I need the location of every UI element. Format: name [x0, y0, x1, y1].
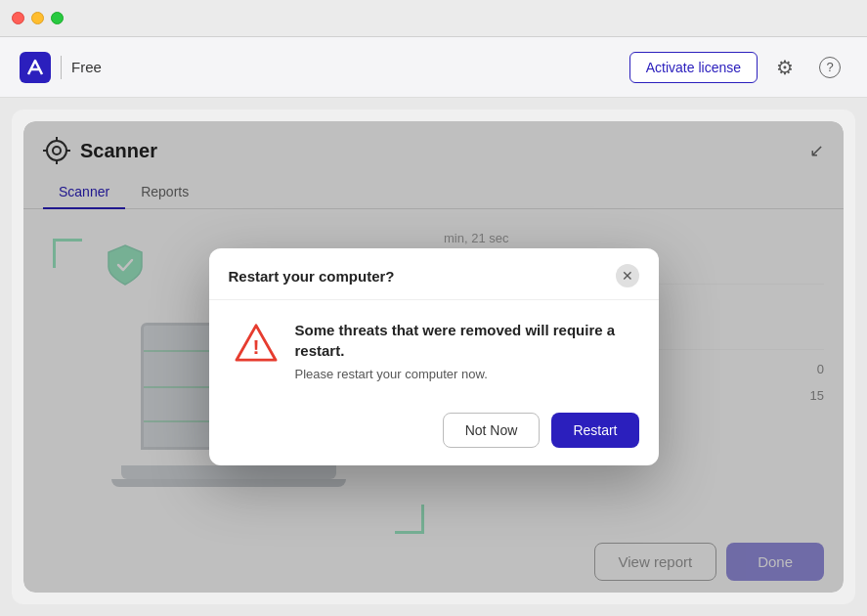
dialog-footer: Not Now Restart [209, 401, 659, 465]
app-tier: Free [71, 59, 102, 75]
main-area: Scanner ↙ Scanner Reports [12, 110, 855, 604]
settings-icon: ⚙ [776, 56, 794, 79]
warning-icon-wrap: ! [233, 320, 280, 367]
activate-license-button[interactable]: Activate license [629, 52, 758, 83]
dialog-title: Restart your computer? [229, 268, 395, 285]
maximize-button[interactable] [51, 12, 64, 24]
scanner-card: Scanner ↙ Scanner Reports [23, 121, 844, 593]
dialog-text: Some threats that were removed will requ… [295, 320, 635, 381]
warning-icon: ! [233, 323, 280, 364]
dialog-main-text: Some threats that were removed will requ… [295, 320, 635, 361]
app-logo [20, 52, 51, 83]
help-button[interactable]: ? [812, 50, 847, 85]
traffic-lights [12, 12, 64, 24]
dialog-header: Restart your computer? ✕ [209, 248, 659, 300]
dialog-sub-text: Please restart your computer now. [295, 367, 635, 381]
restart-button[interactable]: Restart [551, 413, 638, 448]
app-header: Free Activate license ⚙ ? [0, 37, 867, 98]
dialog-close-button[interactable]: ✕ [616, 264, 639, 287]
restart-dialog: Restart your computer? ✕ ! Some threat [209, 248, 659, 465]
dialog-body: ! Some threats that were removed will re… [209, 300, 659, 401]
app-logo-area: Free [20, 52, 102, 83]
help-icon: ? [819, 57, 841, 78]
svg-text:!: ! [252, 335, 259, 358]
close-icon: ✕ [622, 268, 633, 284]
minimize-button[interactable] [31, 12, 44, 24]
not-now-button[interactable]: Not Now [443, 413, 541, 448]
modal-overlay: Restart your computer? ✕ ! Some threat [23, 121, 844, 593]
settings-button[interactable]: ⚙ [767, 50, 802, 85]
close-button[interactable] [12, 12, 24, 24]
header-actions: Activate license ⚙ ? [629, 50, 847, 85]
logo-divider [61, 56, 62, 79]
titlebar [0, 0, 867, 37]
